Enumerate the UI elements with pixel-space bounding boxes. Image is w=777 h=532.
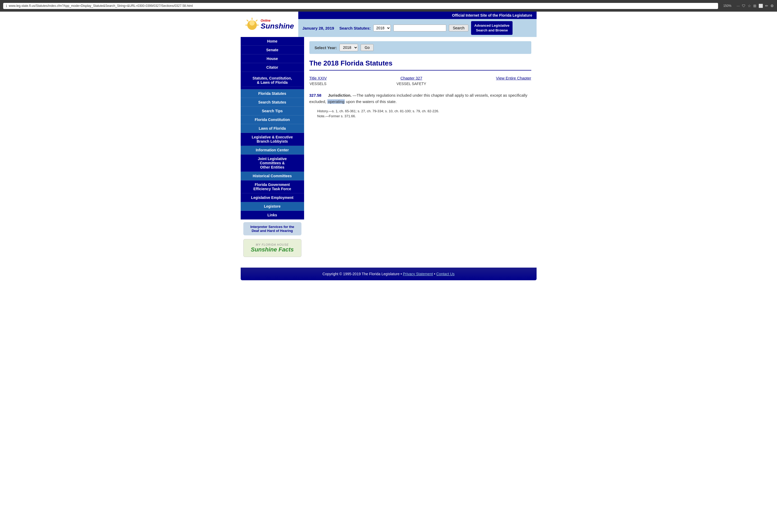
statute-note: Note.—Former s. 371.66. <box>317 114 531 118</box>
svg-line-3 <box>256 20 257 21</box>
logo-text-group: Online Sunshine <box>261 19 294 30</box>
statute-history: History.—s. 1, ch. 65-361; s. 27, ch. 79… <box>317 109 531 113</box>
header-date: January 28, 2019 <box>303 26 334 30</box>
title-subtitle: VESSELS <box>309 82 327 86</box>
chapter-link[interactable]: Chapter 327 <box>401 76 423 80</box>
sidebar-link-legistore[interactable]: Legistore <box>241 202 304 211</box>
statute-section-number: 327.58 <box>309 93 322 97</box>
sidebar-link-citator[interactable]: Citator <box>241 63 304 72</box>
browser-controls: ··· 🛡 ☆ ⊞ ⬜ ✏ ⚙ <box>737 4 774 8</box>
settings-icon[interactable]: ⚙ <box>770 4 774 8</box>
sidebar-item-florida-constitution[interactable]: Florida Constitution <box>241 115 304 124</box>
sidebar-bottom: Interpreter Services for the Deaf and Ha… <box>241 219 304 260</box>
logo-sunshine-text: Sunshine <box>261 22 294 30</box>
logo-sun-graphic <box>245 17 259 31</box>
interpreter-text: Interpreter Services for the Deaf and Ha… <box>250 225 294 233</box>
url-text: www.leg.state.fl.us/Statutes/index.cfm?A… <box>9 4 193 8</box>
chapter-subtitle: VESSEL SAFETY <box>397 82 426 86</box>
statute-text-after-highlight: upon the waters of this state. <box>345 99 397 104</box>
sidebar-link-search-tips[interactable]: Search Tips <box>241 107 304 115</box>
sidebar-link-home[interactable]: Home <box>241 37 304 46</box>
svg-point-1 <box>249 20 255 26</box>
sidebar: Home Senate House Citator Statutes, Cons… <box>241 37 304 260</box>
footer-privacy-link[interactable]: Privacy Statement <box>403 272 433 276</box>
sidebar-link-senate[interactable]: Senate <box>241 46 304 55</box>
view-entire-chapter-link[interactable]: View Entire Chapter <box>496 76 531 80</box>
year-select-label: Select Year: <box>315 45 337 50</box>
sidebar-link-florida-statutes[interactable]: Florida Statutes <box>241 89 304 98</box>
advanced-search-button[interactable]: Advanced LegislativeSearch and Browse <box>471 21 513 35</box>
sidebar-nav: Home Senate House Citator Statutes, Cons… <box>241 37 304 219</box>
sidebar-link-info-center[interactable]: Information Center <box>241 146 304 154</box>
sidebar-item-house[interactable]: House <box>241 55 304 63</box>
site-footer: Copyright © 1995-2019 The Florida Legisl… <box>241 268 537 280</box>
sidebar-item-statutes-group: Statutes, Constitution,& Laws of Florida <box>241 72 304 89</box>
sidebar-item-home[interactable]: Home <box>241 37 304 46</box>
search-input[interactable] <box>394 24 446 31</box>
sidebar-item-links[interactable]: Links <box>241 211 304 219</box>
go-button[interactable]: Go <box>361 44 373 51</box>
logo-area: Online Sunshine <box>241 12 298 37</box>
official-banner: Official Internet Site of the Florida Le… <box>298 12 537 19</box>
sidebar-link-employment[interactable]: Legislative Employment <box>241 193 304 202</box>
interpreter-services-box[interactable]: Interpreter Services for the Deaf and Ha… <box>243 222 302 235</box>
footer-contact-link[interactable]: Contact Us <box>436 272 454 276</box>
sunshine-facts-box[interactable]: My Florida House Sunshine Facts <box>243 239 302 257</box>
sidebar-item-lobbyists[interactable]: Legislative & ExecutiveBranch Lobbyists <box>241 133 304 146</box>
sidebar-item-senate[interactable]: Senate <box>241 46 304 55</box>
statute-nav-view: View Entire Chapter <box>496 76 531 81</box>
sidebar-item-citator[interactable]: Citator <box>241 63 304 72</box>
year-select-header[interactable]: 2018 2017 2016 <box>373 24 391 31</box>
sidebar-item-efficiency[interactable]: Florida GovernmentEfficiency Task Force <box>241 181 304 193</box>
sidebar-link-joint-committees[interactable]: Joint LegislativeCommittees &Other Entit… <box>241 154 304 172</box>
sidebar-link-efficiency[interactable]: Florida GovernmentEfficiency Task Force <box>241 181 304 193</box>
main-layout: Home Senate House Citator Statutes, Cons… <box>241 37 537 260</box>
sidebar-link-house[interactable]: House <box>241 55 304 63</box>
statute-nav-title: Title XXIV VESSELS <box>309 76 327 86</box>
sidebar-link-search-statutes[interactable]: Search Statutes <box>241 98 304 107</box>
browser-chrome: ℹ www.leg.state.fl.us/Statutes/index.cfm… <box>0 0 777 12</box>
pencil-icon[interactable]: ✏ <box>765 4 768 8</box>
statute-title-text: Jurisdiction. <box>328 93 351 97</box>
sidebar-link-florida-constitution[interactable]: Florida Constitution <box>241 115 304 124</box>
footer-separator-1: • <box>401 272 403 276</box>
sidebar-item-info-center[interactable]: Information Center <box>241 146 304 154</box>
statute-nav-chapter: Chapter 327 VESSEL SAFETY <box>397 76 426 86</box>
zoom-level: 150% <box>724 4 732 8</box>
sidebar-item-florida-statutes[interactable]: Florida Statutes <box>241 89 304 98</box>
sidebar-link-historical[interactable]: Historical Committees <box>241 172 304 181</box>
sunshine-facts-name: Sunshine Facts <box>247 246 298 253</box>
reader-icon[interactable]: ⬜ <box>759 4 763 8</box>
sidebar-item-legistore[interactable]: Legistore <box>241 202 304 211</box>
info-icon: ℹ <box>6 4 7 8</box>
sidebar-item-search-tips[interactable]: Search Tips <box>241 107 304 115</box>
sidebar-item-historical[interactable]: Historical Committees <box>241 172 304 181</box>
sidebar-item-joint-committees[interactable]: Joint LegislativeCommittees &Other Entit… <box>241 154 304 172</box>
site-header: Online Sunshine Official Internet Site o… <box>241 12 537 37</box>
year-select-bar: Select Year: 2018 2017 2016 Go <box>309 41 531 54</box>
star-icon[interactable]: ☆ <box>748 4 751 8</box>
sidebar-item-employment[interactable]: Legislative Employment <box>241 193 304 202</box>
content-area: Select Year: 2018 2017 2016 Go The 2018 … <box>304 37 537 122</box>
year-select-content[interactable]: 2018 2017 2016 <box>339 44 358 51</box>
statute-nav: Title XXIV VESSELS Chapter 327 VESSEL SA… <box>309 76 531 86</box>
statute-highlight-text: operating <box>327 99 345 104</box>
title-link[interactable]: Title XXIV <box>309 76 327 80</box>
sidebar-toggle-icon[interactable]: ⊞ <box>753 4 756 8</box>
svg-line-5 <box>247 20 248 21</box>
sidebar-link-lobbyists[interactable]: Legislative & ExecutiveBranch Lobbyists <box>241 133 304 146</box>
sidebar-item-laws-of-florida[interactable]: Laws of Florida <box>241 124 304 133</box>
footer-copyright: Copyright © 1995-2019 The Florida Legisl… <box>322 272 400 276</box>
address-bar[interactable]: ℹ www.leg.state.fl.us/Statutes/index.cfm… <box>3 3 718 9</box>
sidebar-link-statutes-group[interactable]: Statutes, Constitution,& Laws of Florida <box>242 74 303 87</box>
search-bar-area: January 28, 2019 Search Statutes: 2018 2… <box>298 19 537 37</box>
search-button[interactable]: Search <box>449 24 468 31</box>
shield-icon[interactable]: 🛡 <box>742 4 746 8</box>
search-label: Search Statutes: <box>339 26 371 30</box>
statute-body: 327.58 Jurisdiction. —The safety regulat… <box>309 92 531 105</box>
menu-icon[interactable]: ··· <box>737 4 740 8</box>
header-right: Official Internet Site of the Florida Le… <box>298 12 537 37</box>
sidebar-item-search-statutes[interactable]: Search Statutes <box>241 98 304 107</box>
sidebar-link-links[interactable]: Links <box>241 211 304 219</box>
sidebar-link-laws-of-florida[interactable]: Laws of Florida <box>241 124 304 133</box>
